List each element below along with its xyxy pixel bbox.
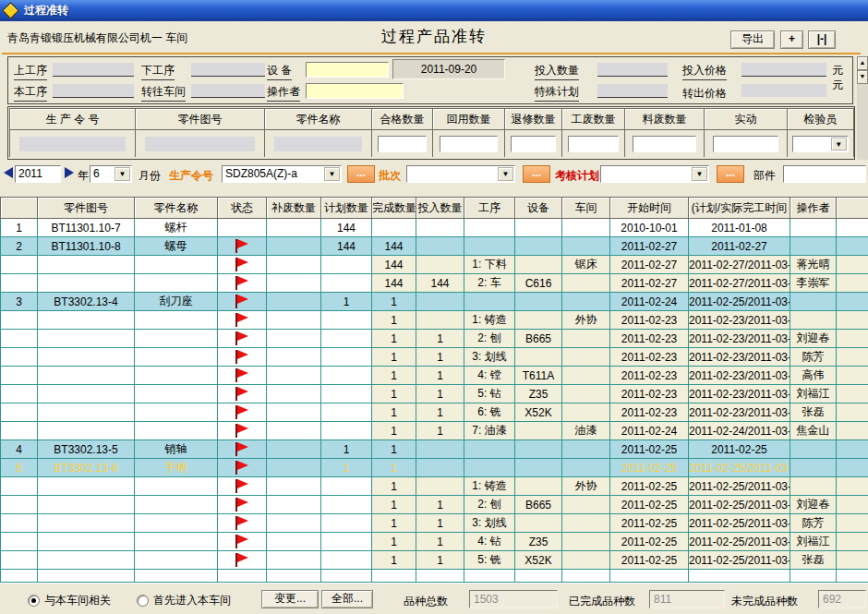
status-cell[interactable] xyxy=(218,367,267,385)
grid-cell[interactable]: 2011-02-25 xyxy=(689,440,790,459)
grid-cell[interactable] xyxy=(416,459,464,477)
special-plan-field[interactable] xyxy=(597,84,668,98)
grid-cell[interactable] xyxy=(218,219,267,237)
grid-cell[interactable] xyxy=(1,477,38,496)
grid-cell[interactable]: BT11301.10-7 xyxy=(38,219,135,237)
grid-cell[interactable] xyxy=(38,477,135,496)
grid-cell[interactable] xyxy=(1,256,38,274)
grid-cell[interactable]: 张磊 xyxy=(790,403,837,422)
grid-cell[interactable] xyxy=(464,293,515,311)
grid-cell[interactable]: 7: 油漆 xyxy=(464,422,515,440)
grid-cell[interactable]: 2011-02-25 xyxy=(610,533,689,551)
grid-cell[interactable] xyxy=(135,533,218,551)
grid-cell[interactable] xyxy=(135,551,218,570)
grid-cell[interactable] xyxy=(267,219,321,237)
grid-cell[interactable]: 刮刀座 xyxy=(135,293,218,311)
grid-cell[interactable] xyxy=(321,496,372,514)
grid-cell[interactable]: 1 xyxy=(416,514,464,533)
status-cell[interactable] xyxy=(218,403,267,422)
grid-cell[interactable]: 1 xyxy=(1,219,38,237)
grid-cell[interactable]: 5 xyxy=(1,459,38,477)
grid-cell[interactable]: 2011-02-25/2011-03-19 xyxy=(689,459,790,477)
grid-cell[interactable] xyxy=(1,367,38,385)
qualified-qty-input[interactable] xyxy=(378,136,427,152)
grid-cell[interactable] xyxy=(515,256,562,274)
grid-cell[interactable]: 1: 铸造 xyxy=(464,311,515,330)
grid-cell[interactable] xyxy=(1,311,38,330)
grid-cell[interactable] xyxy=(416,256,464,274)
grid-cell[interactable]: 张磊 xyxy=(790,551,837,570)
grid-cell[interactable] xyxy=(1,514,38,533)
grid-cell[interactable]: 2011-02-25/2011-03-15 xyxy=(689,477,790,496)
grid-cell[interactable]: 螺杆 xyxy=(135,219,218,237)
grid-cell[interactable] xyxy=(837,367,868,385)
grid-cell[interactable]: 2011-02-23/2011-03-15 xyxy=(689,311,790,330)
grid-cell[interactable] xyxy=(837,311,868,330)
grid-cell[interactable]: 外协 xyxy=(562,477,610,496)
status-cell[interactable] xyxy=(218,533,267,551)
grid-cell[interactable] xyxy=(135,422,218,440)
date-field[interactable]: 2011-09-20 xyxy=(392,59,505,79)
grid-cell[interactable] xyxy=(562,237,610,256)
grid-cell[interactable]: 1 xyxy=(416,367,464,385)
status-cell[interactable] xyxy=(218,348,267,367)
grid-cell[interactable]: 1 xyxy=(416,403,464,422)
material-scrap-qty-input[interactable] xyxy=(633,136,695,152)
grid-cell[interactable] xyxy=(321,403,372,422)
grid-cell[interactable]: 1 xyxy=(416,496,464,514)
status-cell[interactable] xyxy=(218,237,267,256)
grid-cell[interactable]: 1 xyxy=(416,533,464,551)
month-combobox[interactable]: 6 ▼ xyxy=(90,165,132,183)
grid-cell[interactable]: 1 xyxy=(372,403,416,422)
status-cell[interactable] xyxy=(218,514,267,533)
grid-cell[interactable] xyxy=(267,330,321,348)
grid-cell[interactable] xyxy=(790,459,837,477)
status-cell[interactable] xyxy=(218,274,267,293)
grid-cell[interactable]: 6: 铣 xyxy=(464,403,515,422)
actual-input[interactable] xyxy=(713,136,778,152)
grid-cell[interactable]: 2011-02-27 xyxy=(610,237,689,256)
year-input[interactable]: 2011 xyxy=(15,165,61,183)
grid-cell[interactable] xyxy=(515,459,562,477)
grid-cell[interactable]: 2011-01-08 xyxy=(689,219,790,237)
reuse-qty-input[interactable] xyxy=(440,136,497,152)
grid-cell[interactable] xyxy=(837,440,868,459)
grid-cell[interactable] xyxy=(837,514,868,533)
grid-cell[interactable] xyxy=(562,459,610,477)
grid-cell[interactable] xyxy=(790,440,837,459)
grid-cell[interactable] xyxy=(790,477,837,496)
operator-field[interactable] xyxy=(306,83,404,99)
grid-cell[interactable]: 2010-10-01 xyxy=(610,219,689,237)
grid-cell[interactable]: 2011-02-25/2011-03-16 xyxy=(689,496,790,514)
grid-cell[interactable]: 1 xyxy=(372,459,416,477)
grid-cell[interactable] xyxy=(1,274,38,293)
prev-year-arrow[interactable] xyxy=(4,167,13,178)
grid-cell[interactable]: 4 xyxy=(1,440,38,459)
grid-cell[interactable] xyxy=(515,514,562,533)
grid-cell[interactable]: 2011-02-23/2011-03-16 xyxy=(689,330,790,348)
part-name-field[interactable] xyxy=(274,137,362,151)
grid-cell[interactable] xyxy=(135,311,218,330)
grid-cell[interactable]: 螺母 xyxy=(135,237,218,256)
grid-cell[interactable]: 2011-02-25 xyxy=(610,440,689,459)
radio-related-workshop[interactable]: 与本车间相关 xyxy=(28,593,111,608)
grid-cell[interactable]: 高伟 xyxy=(790,367,837,385)
grid-cell[interactable]: 1 xyxy=(416,385,464,403)
grid-cell[interactable]: 1 xyxy=(372,367,416,385)
grid-cell[interactable]: 2011-02-25/2011-03-16 xyxy=(689,514,790,533)
grid-cell[interactable] xyxy=(321,348,372,367)
grid-cell[interactable]: 焦金山 xyxy=(790,422,837,440)
status-cell[interactable] xyxy=(218,440,267,459)
grid-cell[interactable]: 2011-02-27/2011-03-16 xyxy=(689,274,790,293)
grid-cell[interactable]: 2011-02-23/2011-03-16 xyxy=(689,348,790,367)
grid-cell[interactable]: 2011-02-24/2011-03-19 xyxy=(689,422,790,440)
grid-cell[interactable]: 2: 刨 xyxy=(464,496,515,514)
grid-cell[interactable]: X52K xyxy=(515,551,562,570)
status-cell[interactable] xyxy=(218,477,267,496)
status-cell[interactable] xyxy=(218,330,267,348)
grid-cell[interactable]: 销轴 xyxy=(135,440,218,459)
grid-cell[interactable] xyxy=(837,348,868,367)
grid-cell[interactable]: 2011-02-25 xyxy=(610,459,689,477)
grid-cell[interactable]: 刘迎春 xyxy=(790,330,837,348)
part-no-field[interactable] xyxy=(145,137,255,151)
